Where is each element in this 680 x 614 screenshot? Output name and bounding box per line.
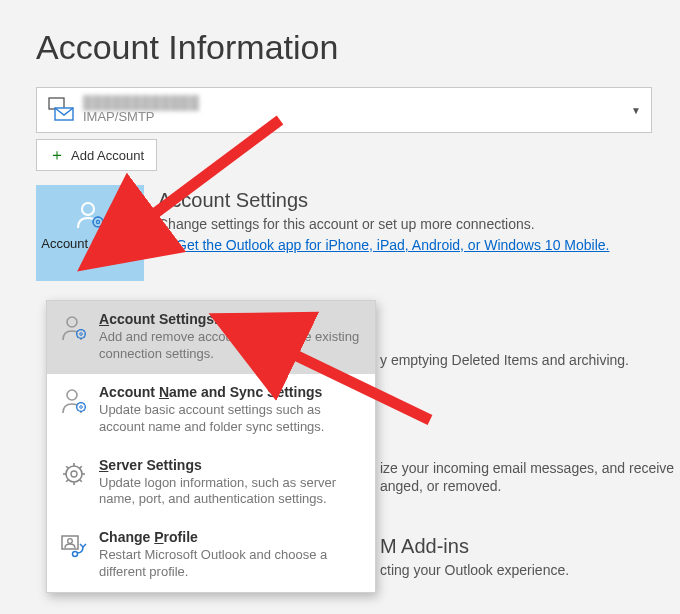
user-gear-icon <box>59 313 89 343</box>
svg-line-39 <box>80 466 82 468</box>
add-account-label: Add Account <box>71 148 144 163</box>
user-gear-icon <box>73 198 107 232</box>
menu-item-name-sync-settings[interactable]: Account Name and Sync Settings Update ba… <box>47 374 375 447</box>
svg-point-3 <box>93 217 103 227</box>
menu-item-title: Change Profile <box>99 529 365 545</box>
rules-partial-text-line1: ize your incoming email messages, and re… <box>380 460 674 476</box>
menu-item-desc: Restart Microsoft Outlook and choose a d… <box>99 547 365 581</box>
account-settings-info: Account Settings Change settings for thi… <box>158 185 680 254</box>
menu-item-desc: Update basic account settings such as ac… <box>99 402 365 436</box>
svg-line-37 <box>66 466 68 468</box>
svg-line-27 <box>78 403 79 404</box>
svg-point-42 <box>68 539 73 544</box>
menu-item-title: Account Settings... <box>99 311 365 327</box>
addins-desc-partial: cting your Outlook experience. <box>380 562 569 578</box>
svg-point-32 <box>71 471 77 477</box>
account-settings-description: Change settings for this account or set … <box>158 216 680 232</box>
svg-line-16 <box>78 331 79 332</box>
svg-line-19 <box>78 337 79 338</box>
profile-switch-icon <box>59 531 89 561</box>
svg-line-17 <box>84 337 85 338</box>
menu-item-title: Server Settings <box>99 457 365 473</box>
get-outlook-app-link[interactable]: Get the Outlook app for iPhone, iPad, An… <box>176 237 609 253</box>
menu-item-server-settings[interactable]: Server Settings Update logon information… <box>47 447 375 520</box>
account-settings-tile[interactable]: Account Settings ▾ <box>36 185 144 281</box>
svg-line-30 <box>78 409 79 410</box>
menu-item-desc: Add and remove accounts or change existi… <box>99 329 365 363</box>
svg-line-38 <box>80 479 82 481</box>
svg-line-40 <box>66 479 68 481</box>
account-selector[interactable]: ████████████ IMAP/SMTP ▼ <box>36 87 652 133</box>
svg-line-29 <box>84 403 85 404</box>
add-account-button[interactable]: ＋ Add Account <box>36 139 157 171</box>
svg-line-28 <box>84 409 85 410</box>
page-title: Account Information <box>36 28 680 67</box>
account-settings-dropdown: Account Settings... Add and remove accou… <box>46 300 376 593</box>
menu-item-account-settings[interactable]: Account Settings... Add and remove accou… <box>47 301 375 374</box>
svg-rect-41 <box>62 536 78 549</box>
menu-item-desc: Update logon information, such as server… <box>99 475 365 509</box>
plus-icon: ＋ <box>49 145 65 166</box>
user-gear-icon <box>59 386 89 416</box>
svg-point-9 <box>67 317 77 327</box>
account-settings-tile-label: Account Settings ▾ <box>40 236 140 267</box>
chevron-down-icon: ▾ <box>87 252 94 267</box>
account-text: ████████████ IMAP/SMTP <box>83 96 200 125</box>
gear-icon <box>59 459 89 489</box>
chevron-down-icon[interactable]: ▼ <box>631 105 641 116</box>
rules-partial-text-line2: anged, or removed. <box>380 478 501 494</box>
mailbox-settings-partial-text: y emptying Deleted Items and archiving. <box>380 352 629 368</box>
svg-point-43 <box>73 552 78 557</box>
menu-item-change-profile[interactable]: Change Profile Restart Microsoft Outlook… <box>47 519 375 592</box>
menu-item-title: Account Name and Sync Settings <box>99 384 365 400</box>
svg-line-18 <box>84 331 85 332</box>
svg-point-2 <box>82 203 94 215</box>
account-protocol: IMAP/SMTP <box>83 110 200 124</box>
svg-point-31 <box>66 466 82 482</box>
account-email: ████████████ <box>83 96 200 110</box>
account-settings-heading: Account Settings <box>158 189 680 212</box>
svg-point-20 <box>67 390 77 400</box>
addins-heading-partial: M Add-ins <box>380 535 469 558</box>
account-mailbox-icon <box>47 96 75 124</box>
